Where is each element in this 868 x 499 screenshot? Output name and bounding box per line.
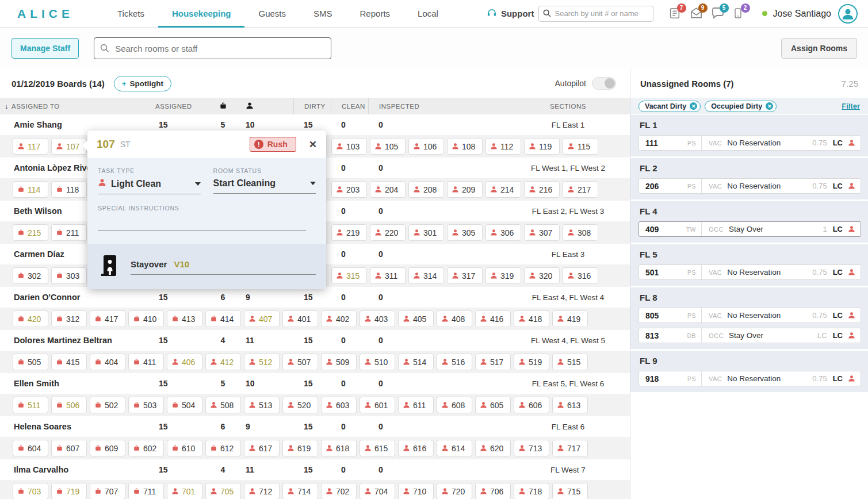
col-sections[interactable]: SECTIONS bbox=[506, 98, 630, 114]
col-clean[interactable]: CLEAN bbox=[331, 98, 368, 114]
room-chip[interactable]: 203 bbox=[331, 181, 367, 198]
room-chip[interactable]: 306 bbox=[485, 224, 521, 241]
room-chip[interactable]: 420 bbox=[13, 310, 48, 327]
room-chip[interactable]: 314 bbox=[408, 267, 444, 284]
room-chip[interactable]: 106 bbox=[408, 138, 444, 155]
room-chip[interactable]: 214 bbox=[485, 181, 521, 198]
room-chip[interactable]: 617 bbox=[244, 440, 280, 456]
room-chip[interactable]: 719 bbox=[51, 483, 87, 499]
room-chip[interactable]: 105 bbox=[370, 138, 406, 155]
nav-item-local[interactable]: Local bbox=[404, 0, 452, 28]
room-chip[interactable]: 614 bbox=[437, 440, 472, 456]
reservation-row[interactable]: Stayover V10 bbox=[131, 259, 316, 275]
user-avatar[interactable] bbox=[838, 4, 858, 24]
room-chip[interactable]: 513 bbox=[244, 397, 280, 413]
manage-staff-button[interactable]: Manage Staff bbox=[12, 38, 79, 59]
room-chip[interactable]: 219 bbox=[331, 224, 367, 241]
remove-filter-icon[interactable]: ✕ bbox=[766, 102, 773, 110]
support-button[interactable]: Support bbox=[487, 7, 534, 20]
room-chip[interactable]: 616 bbox=[398, 440, 434, 456]
phone-icon[interactable]: 2 bbox=[732, 6, 746, 21]
room-chip[interactable]: 512 bbox=[244, 354, 280, 370]
room-chip[interactable]: 706 bbox=[475, 483, 511, 499]
room-chip[interactable]: 217 bbox=[563, 181, 598, 198]
col-assigned-to[interactable]: ↓ASSIGNED TO bbox=[0, 98, 144, 114]
room-chip[interactable]: 605 bbox=[475, 397, 511, 413]
room-chip[interactable]: 703 bbox=[13, 483, 48, 499]
nav-item-housekeeping[interactable]: Housekeeping bbox=[158, 0, 245, 28]
room-chip[interactable]: 319 bbox=[485, 267, 521, 284]
room-chip[interactable]: 608 bbox=[437, 397, 472, 413]
nav-item-reports[interactable]: Reports bbox=[346, 0, 404, 28]
room-chip[interactable]: 209 bbox=[447, 181, 483, 198]
room-chip[interactable]: 720 bbox=[437, 483, 472, 499]
nav-item-sms[interactable]: SMS bbox=[300, 0, 346, 28]
room-chip[interactable]: 407 bbox=[244, 310, 280, 327]
global-search-input[interactable] bbox=[538, 6, 653, 22]
room-chip[interactable]: 712 bbox=[244, 483, 280, 499]
filter-chip-vacant-dirty[interactable]: Vacant Dirty✕ bbox=[638, 101, 701, 112]
special-instructions-input[interactable] bbox=[98, 230, 306, 231]
room-chip[interactable]: 417 bbox=[90, 310, 125, 327]
room-chip[interactable]: 406 bbox=[167, 354, 202, 370]
room-chip[interactable]: 405 bbox=[398, 310, 434, 327]
unassigned-room-row[interactable]: 501PSVACNo Reservation0.75LC bbox=[638, 264, 861, 280]
room-chip[interactable]: 610 bbox=[167, 440, 202, 456]
room-chip[interactable]: 619 bbox=[282, 440, 318, 456]
col-assigned[interactable]: ASSIGNED bbox=[144, 98, 210, 114]
room-chip[interactable]: 315 bbox=[331, 267, 367, 284]
ticket-icon[interactable]: 7 bbox=[668, 6, 682, 21]
room-chip[interactable]: 507 bbox=[282, 354, 318, 370]
room-chip[interactable]: 609 bbox=[90, 440, 125, 456]
room-chip[interactable]: 118 bbox=[51, 181, 87, 198]
room-chip[interactable]: 502 bbox=[90, 397, 125, 413]
staff-row[interactable]: Helena Soares15691500FL East 6 bbox=[0, 416, 630, 437]
room-chip[interactable]: 419 bbox=[552, 310, 588, 327]
room-chip[interactable]: 414 bbox=[205, 310, 241, 327]
room-chip[interactable]: 303 bbox=[51, 267, 87, 284]
unassigned-room-row[interactable]: 813DBOCCStay OverLCLC bbox=[638, 328, 861, 343]
room-chip[interactable]: 613 bbox=[552, 397, 588, 413]
room-chip[interactable]: 514 bbox=[398, 354, 434, 370]
room-chip[interactable]: 714 bbox=[282, 483, 318, 499]
room-chip[interactable]: 606 bbox=[514, 397, 549, 413]
col-bag-tasks[interactable] bbox=[210, 98, 236, 114]
assign-rooms-button[interactable]: Assign Rooms bbox=[781, 38, 857, 59]
room-chip[interactable]: 401 bbox=[282, 310, 318, 327]
room-chip[interactable]: 713 bbox=[514, 440, 549, 456]
room-chip[interactable]: 115 bbox=[563, 138, 598, 155]
room-chip[interactable]: 718 bbox=[514, 483, 549, 499]
room-chip[interactable]: 320 bbox=[524, 267, 560, 284]
room-chip[interactable]: 510 bbox=[360, 354, 395, 370]
room-chip[interactable]: 215 bbox=[13, 224, 48, 241]
nav-item-guests[interactable]: Guests bbox=[244, 0, 300, 28]
staff-row[interactable]: Darien O'Connor15691500FL East 4, FL Wes… bbox=[0, 287, 630, 308]
room-chip[interactable]: 402 bbox=[321, 310, 357, 327]
room-chip[interactable]: 416 bbox=[475, 310, 511, 327]
room-chip[interactable]: 715 bbox=[552, 483, 588, 499]
staff-row[interactable]: Ellen Smith155101500FL East 5, FL West 6 bbox=[0, 373, 630, 394]
room-chip[interactable]: 508 bbox=[205, 397, 241, 413]
room-chip[interactable]: 520 bbox=[282, 397, 318, 413]
room-chip[interactable]: 107 bbox=[51, 138, 87, 155]
spotlight-button[interactable]: + Spotlight bbox=[114, 76, 171, 91]
room-chip[interactable]: 604 bbox=[13, 440, 48, 456]
room-chip[interactable]: 509 bbox=[321, 354, 357, 370]
room-chip[interactable]: 112 bbox=[485, 138, 521, 155]
room-chip[interactable]: 204 bbox=[370, 181, 406, 198]
room-chip[interactable]: 603 bbox=[321, 397, 357, 413]
col-person-tasks[interactable] bbox=[236, 98, 293, 114]
room-chip[interactable]: 408 bbox=[437, 310, 472, 327]
room-chip[interactable]: 312 bbox=[51, 310, 87, 327]
room-chip[interactable]: 305 bbox=[447, 224, 483, 241]
room-chip[interactable]: 515 bbox=[552, 354, 588, 370]
room-chip[interactable]: 410 bbox=[128, 310, 164, 327]
room-chip[interactable]: 517 bbox=[475, 354, 511, 370]
room-chip[interactable]: 216 bbox=[524, 181, 560, 198]
room-chip[interactable]: 307 bbox=[524, 224, 560, 241]
room-chip[interactable]: 103 bbox=[331, 138, 367, 155]
room-chip[interactable]: 211 bbox=[51, 224, 87, 241]
room-chip[interactable]: 620 bbox=[475, 440, 511, 456]
room-chip[interactable]: 308 bbox=[563, 224, 598, 241]
room-chip[interactable]: 418 bbox=[514, 310, 549, 327]
